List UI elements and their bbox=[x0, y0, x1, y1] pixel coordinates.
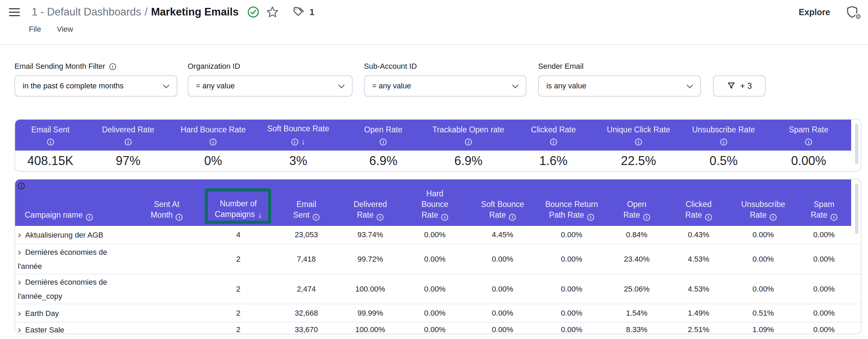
table-cell: 0.00% bbox=[402, 230, 468, 239]
table-row: ›Dernières économies de l'année_copy22,4… bbox=[15, 274, 861, 304]
breadcrumb-folder[interactable]: 1 - Default Dashboards bbox=[32, 6, 141, 18]
kpi-label: Soft Bounce Rate bbox=[267, 124, 329, 133]
column-header-hard-bounce-rate[interactable]: Hard Bounce Rate bbox=[402, 179, 468, 226]
table-cell: 0.00% bbox=[468, 309, 537, 318]
kpi-value-unique-click-rate: 22.5% bbox=[596, 154, 681, 168]
table-cell: 0.00% bbox=[797, 309, 852, 318]
column-header-label: Number of Campaigns bbox=[215, 199, 257, 219]
title-row: 1 - Default Dashboards/Marketing Emails … bbox=[0, 0, 868, 18]
column-header-wrap: Email Sent bbox=[290, 199, 323, 220]
more-filters-button[interactable]: + 3 bbox=[713, 75, 766, 97]
kpi-value-spam-rate: 0.00% bbox=[766, 154, 851, 168]
filter-label-sender-email: Sender Email bbox=[538, 61, 701, 72]
tile-info-icon[interactable] bbox=[18, 183, 25, 189]
campaign-name-cell[interactable]: ›Dernières économies de l'année_copy bbox=[15, 275, 131, 303]
column-header-campaign-name[interactable]: Campaign name bbox=[15, 179, 131, 226]
column-header-email-sent[interactable]: Email Sent bbox=[274, 179, 339, 226]
filter-label-email-sending-month-filter: Email Sending Month Filter bbox=[14, 61, 177, 72]
info-icon[interactable] bbox=[643, 214, 650, 221]
column-header-clicked-rate[interactable]: Clicked Rate bbox=[667, 179, 730, 226]
info-icon[interactable] bbox=[210, 139, 216, 145]
filter-funnel-icon bbox=[727, 81, 736, 90]
filter-value-sender-email[interactable]: is any value bbox=[538, 75, 701, 97]
tag-icon[interactable] bbox=[293, 6, 304, 18]
menu-file[interactable]: File bbox=[29, 25, 41, 34]
info-icon[interactable] bbox=[47, 139, 54, 145]
info-icon[interactable] bbox=[125, 139, 132, 145]
info-icon[interactable] bbox=[720, 139, 727, 145]
info-icon[interactable] bbox=[550, 139, 557, 145]
info-icon[interactable] bbox=[441, 214, 448, 221]
info-icon[interactable] bbox=[509, 214, 516, 221]
info-icon[interactable] bbox=[313, 214, 320, 221]
kpi-label: Spam Rate bbox=[789, 125, 828, 134]
sort-desc-icon bbox=[258, 210, 262, 220]
filter-value-sub-account-id[interactable]: = any value bbox=[364, 75, 526, 97]
column-header-soft-bounce-rate[interactable]: Soft Bounce Rate bbox=[468, 179, 537, 226]
info-icon[interactable] bbox=[705, 214, 712, 221]
column-header-wrap: Clicked Rate bbox=[681, 199, 717, 220]
column-header-bounce-return-path-rate[interactable]: Bounce Return Path Rate bbox=[537, 179, 606, 226]
menu-icon[interactable] bbox=[9, 7, 20, 18]
info-icon[interactable] bbox=[291, 139, 298, 145]
expand-chevron-icon[interactable]: › bbox=[18, 247, 21, 257]
table-cell: 23.40% bbox=[606, 255, 667, 264]
campaign-name-cell[interactable]: ›Easter Sale bbox=[15, 322, 131, 334]
table-cell: 0.43% bbox=[667, 230, 730, 239]
info-icon[interactable] bbox=[770, 214, 777, 221]
table-cell: 0.00% bbox=[797, 230, 852, 239]
table-cell: 0.00% bbox=[402, 325, 468, 334]
info-icon[interactable] bbox=[176, 214, 182, 221]
kpi-soft-bounce-rate: Soft Bounce Rate bbox=[256, 120, 341, 151]
column-header-open-rate[interactable]: Open Rate bbox=[606, 179, 667, 226]
filter-current-value: = any value bbox=[372, 81, 411, 90]
expand-chevron-icon[interactable]: › bbox=[18, 276, 21, 287]
explore-button[interactable]: Explore bbox=[799, 7, 830, 17]
star-icon[interactable] bbox=[266, 6, 279, 19]
expand-chevron-icon[interactable]: › bbox=[18, 324, 21, 334]
column-header-spam-rate[interactable]: Spam Rate bbox=[797, 179, 852, 226]
filter-value-organization-id[interactable]: = any value bbox=[188, 75, 353, 97]
verified-check-icon bbox=[247, 6, 260, 19]
filter-value-email-sending-month-filter[interactable]: in the past 6 complete months bbox=[14, 75, 177, 97]
campaign-name-cell[interactable]: ›Dernières économies de l'année bbox=[15, 245, 131, 273]
info-icon[interactable] bbox=[377, 214, 383, 221]
top-bar: 1 - Default Dashboards/Marketing Emails … bbox=[0, 0, 868, 45]
menu-view[interactable]: View bbox=[57, 25, 73, 34]
info-icon[interactable] bbox=[109, 63, 116, 70]
kpi-scrollbar[interactable] bbox=[855, 124, 858, 164]
info-icon[interactable] bbox=[86, 214, 93, 221]
kpi-icon-row bbox=[125, 138, 132, 145]
menu-bar: File View bbox=[0, 25, 868, 34]
campaign-name: Earth Day bbox=[25, 309, 59, 318]
info-icon[interactable] bbox=[380, 139, 387, 145]
campaign-name: Aktualisierung der AGB bbox=[25, 231, 103, 239]
kpi-value-soft-bounce-rate: 3% bbox=[256, 154, 341, 168]
sort-desc-icon bbox=[301, 137, 305, 146]
table-scrollbar[interactable] bbox=[855, 184, 858, 234]
kpi-icon-row bbox=[635, 138, 642, 145]
column-header-label: Campaign name bbox=[25, 210, 83, 219]
info-icon[interactable] bbox=[635, 139, 642, 145]
column-header-sent-at-month[interactable]: Sent At Month bbox=[131, 179, 203, 226]
info-icon[interactable] bbox=[587, 214, 594, 221]
info-icon[interactable] bbox=[465, 139, 472, 145]
expand-chevron-icon[interactable]: › bbox=[18, 308, 21, 318]
info-icon[interactable] bbox=[805, 139, 812, 145]
column-header-delivered-rate[interactable]: Delivered Rate bbox=[339, 179, 402, 226]
table-row: ›Aktualisierung der AGB423,05393.74%0.00… bbox=[15, 226, 861, 244]
column-header-wrap: Delivered Rate bbox=[349, 199, 392, 220]
column-header-unsubscribe-rate[interactable]: Unsubscribe Rate bbox=[730, 179, 797, 226]
info-icon[interactable] bbox=[831, 214, 837, 221]
column-header-number-of-campaigns[interactable]: Number of Campaigns bbox=[203, 179, 274, 226]
expand-chevron-icon[interactable]: › bbox=[18, 229, 21, 240]
campaign-name-cell[interactable]: ›Aktualisierung der AGB bbox=[15, 228, 131, 242]
table-cell: 1.54% bbox=[606, 309, 667, 318]
kpi-clicked-rate: Clicked Rate bbox=[511, 120, 596, 151]
shield-admin-icon[interactable]: ⚙ bbox=[845, 5, 859, 19]
table-cell: 0.84% bbox=[606, 230, 667, 239]
tag-count: 1 bbox=[309, 7, 314, 18]
table-cell: 23,053 bbox=[274, 230, 339, 239]
table-cell: 0.00% bbox=[730, 285, 797, 294]
campaign-name-cell[interactable]: ›Earth Day bbox=[15, 306, 131, 320]
